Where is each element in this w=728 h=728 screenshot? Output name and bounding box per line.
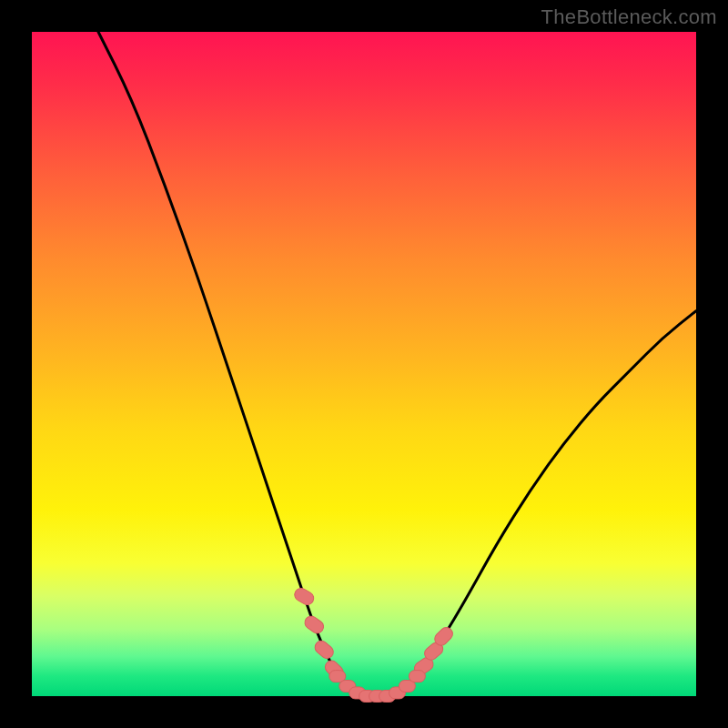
bottleneck-curve [32,32,696,696]
curve-marker [292,586,316,607]
curve-marker [312,638,336,661]
watermark-text: TheBottleneck.com [541,5,717,29]
chart-frame: TheBottleneck.com [0,0,728,728]
curve-marker [302,613,326,635]
curve-marker [409,671,425,682]
plot-area [32,32,696,696]
